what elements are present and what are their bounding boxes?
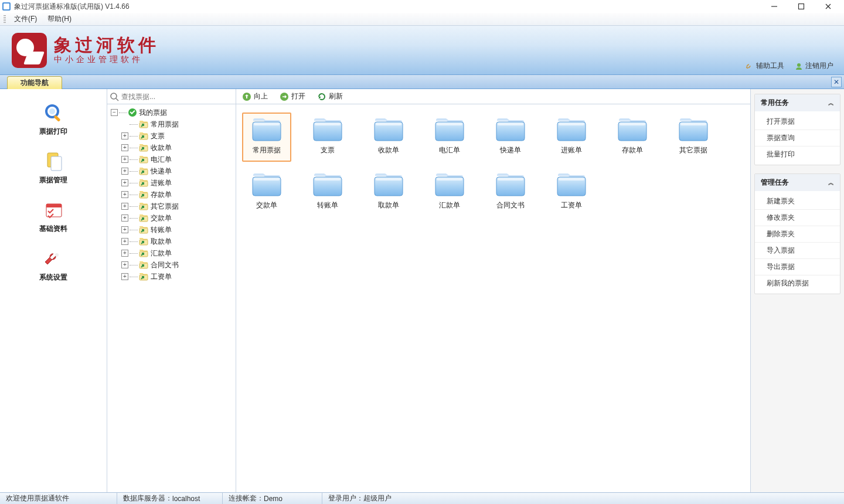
tree-expander[interactable]: + (121, 132, 128, 139)
folder-small-icon (139, 120, 148, 129)
task-item[interactable]: 修改票夹 (755, 210, 840, 226)
folder-item[interactable]: 常用票据 (242, 113, 291, 162)
tree-node[interactable]: +快递单 (108, 165, 234, 177)
tree-expander[interactable]: + (121, 156, 128, 163)
taskgroup-manage-title: 管理任务 (761, 178, 789, 188)
folder-item[interactable]: 交款单 (242, 168, 291, 217)
folder-icon (678, 117, 709, 142)
toolbar-open-label: 打开 (291, 91, 305, 101)
close-button[interactable] (815, 0, 842, 13)
tree-node[interactable]: +取款单 (108, 236, 234, 247)
toolbar-up[interactable]: 向上 (242, 91, 268, 101)
tree-node[interactable]: +进账单 (108, 177, 234, 189)
task-item[interactable]: 新建票夹 (755, 193, 840, 210)
maximize-button[interactable] (788, 0, 815, 13)
tree-expander[interactable]: + (121, 261, 128, 268)
folder-item[interactable]: 汇款单 (425, 168, 474, 217)
tree-expander[interactable]: + (121, 226, 128, 233)
tree-root-label: 我的票据 (139, 108, 167, 118)
folder-item[interactable]: 存款单 (608, 113, 657, 162)
nav-item-manage[interactable]: 票据管理 (0, 149, 107, 185)
tree-expander[interactable]: + (121, 273, 128, 280)
menubar-grip (4, 15, 6, 23)
tree-expander-root[interactable]: − (111, 109, 118, 116)
task-item[interactable]: 刷新我的票据 (755, 275, 840, 291)
tree-expander[interactable]: + (121, 191, 128, 198)
tab-close-button[interactable]: ✕ (831, 77, 842, 87)
logout-link[interactable]: 注销用户 (795, 61, 833, 71)
tree-node[interactable]: +支票 (108, 130, 234, 142)
folder-label: 收款单 (378, 145, 399, 155)
folder-item[interactable]: 其它票据 (669, 113, 718, 162)
folder-small-icon (139, 225, 148, 234)
svg-point-15 (55, 253, 59, 257)
folder-label: 工资单 (561, 200, 582, 210)
chevron-up-icon: ︽ (828, 179, 834, 187)
folder-small-icon (139, 155, 148, 164)
tree: − 我的票据 常用票据+支票+收款单+电汇单+快递单+进账单+存款单+其它票据+… (107, 104, 236, 492)
task-item[interactable]: 票据查询 (755, 130, 840, 147)
folder-item[interactable]: 收款单 (364, 113, 413, 162)
folder-item[interactable]: 进账单 (547, 113, 596, 162)
aux-tools-link[interactable]: 辅助工具 (746, 61, 784, 71)
tree-node[interactable]: +转账单 (108, 224, 234, 236)
tree-node-label: 其它票据 (151, 202, 179, 212)
folder-item[interactable]: 转账单 (303, 168, 352, 217)
taskgroup-common: 常用任务 ︽ 打开票据票据查询批量打印 (754, 94, 840, 165)
nav-item-print[interactable]: 票据打印 (0, 101, 107, 137)
tree-expander[interactable]: + (121, 168, 128, 175)
tab-function-nav[interactable]: 功能导航 (7, 76, 62, 89)
folder-item[interactable]: 合同文书 (486, 168, 535, 217)
tree-search-input[interactable] (121, 93, 233, 101)
menu-help[interactable]: 帮助(H) (44, 13, 75, 25)
taskgroup-common-head[interactable]: 常用任务 ︽ (755, 94, 840, 111)
tree-node[interactable]: +收款单 (108, 142, 234, 154)
toolbar-refresh[interactable]: 刷新 (317, 91, 343, 101)
tree-node[interactable]: +合同文书 (108, 259, 234, 271)
explorer: 向上 打开 刷新 常用票据支票收款单电汇单快递单进账单存款单其它票据交款单转账单… (236, 89, 750, 492)
folder-item[interactable]: 快递单 (486, 113, 535, 162)
tree-node[interactable]: +工资单 (108, 271, 234, 282)
main-area: 票据打印 票据管理 基础资料 系统设置 − 我的票据 常用票据+支 (0, 89, 844, 492)
nav-item-system[interactable]: 系统设置 (0, 247, 107, 282)
tree-expander[interactable]: + (121, 144, 128, 151)
folder-item[interactable]: 工资单 (547, 168, 596, 217)
refresh-icon (317, 92, 326, 101)
tree-node[interactable]: +电汇单 (108, 154, 234, 165)
tree-expander[interactable]: + (121, 203, 128, 210)
folder-grid: 常用票据支票收款单电汇单快递单进账单存款单其它票据交款单转账单取款单汇款单合同文… (236, 104, 750, 225)
tree-node[interactable]: +交款单 (108, 212, 234, 224)
folder-item[interactable]: 取款单 (364, 168, 413, 217)
folder-icon (556, 117, 587, 142)
print-icon (42, 101, 65, 124)
task-item[interactable]: 导入票据 (755, 243, 840, 259)
toolbar-up-label: 向上 (254, 91, 268, 101)
folder-item[interactable]: 电汇单 (425, 113, 474, 162)
nav-label-manage: 票据管理 (39, 175, 67, 185)
tree-panel: − 我的票据 常用票据+支票+收款单+电汇单+快递单+进账单+存款单+其它票据+… (107, 89, 236, 492)
tree-root[interactable]: − 我的票据 (108, 107, 234, 118)
tree-expander[interactable]: + (121, 179, 128, 186)
tree-node[interactable]: +存款单 (108, 189, 234, 200)
task-item[interactable]: 批量打印 (755, 147, 840, 162)
task-item[interactable]: 打开票据 (755, 114, 840, 130)
nav-item-base[interactable]: 基础资料 (0, 198, 107, 234)
minimize-button[interactable] (761, 0, 788, 13)
tree-expander[interactable]: + (121, 238, 128, 245)
tree-node[interactable]: +汇款单 (108, 247, 234, 259)
taskgroup-manage-head[interactable]: 管理任务 ︽ (755, 174, 840, 191)
toolbar-open[interactable]: 打开 (280, 91, 305, 101)
tree-node[interactable]: +其它票据 (108, 200, 234, 212)
tree-node[interactable]: 常用票据 (108, 118, 234, 130)
folder-small-icon (139, 190, 148, 199)
folder-item[interactable]: 支票 (303, 113, 352, 162)
task-item[interactable]: 导出票据 (755, 259, 840, 275)
tree-expander[interactable]: + (121, 250, 128, 257)
taskgroup-common-body: 打开票据票据查询批量打印 (755, 111, 840, 165)
task-item[interactable]: 删除票夹 (755, 226, 840, 243)
statusbar: 欢迎使用票据通软件 数据库服务器：localhost 连接帐套：Demo 登录用… (0, 492, 844, 504)
taskgroup-common-title: 常用任务 (761, 98, 789, 108)
menu-file[interactable]: 文件(F) (11, 13, 40, 25)
tree-expander[interactable]: + (121, 214, 128, 222)
folder-small-icon (139, 131, 148, 141)
